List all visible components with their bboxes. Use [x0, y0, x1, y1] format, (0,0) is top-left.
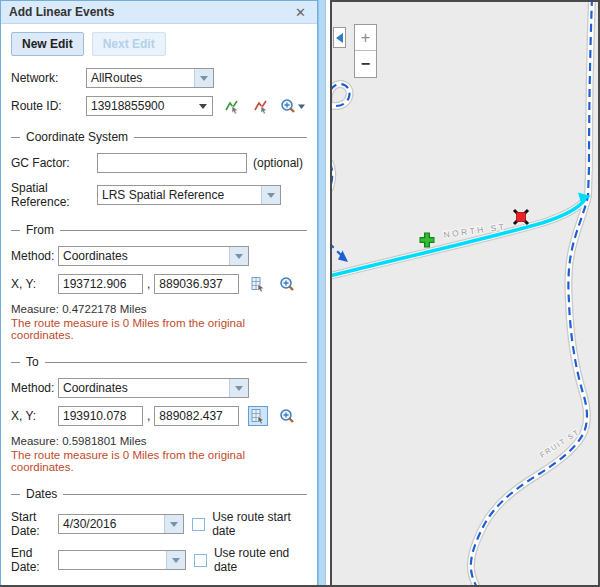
route-id-combobox[interactable]: 13918855900: [86, 96, 213, 116]
spatial-reference-dropdown-button[interactable]: [261, 186, 280, 204]
network-value: AllRoutes: [87, 69, 194, 87]
end-date-dropdown[interactable]: [58, 550, 186, 570]
to-y-input[interactable]: [154, 406, 239, 426]
to-method-dropdown[interactable]: Coordinates: [58, 378, 249, 398]
map-canvas[interactable]: NORTH ST FRUIT ST: [332, 2, 598, 585]
spatial-reference-value: LRS Spatial Reference: [98, 186, 261, 204]
from-legend: From: [11, 223, 307, 237]
route-fruit-st[interactable]: [332, 2, 592, 585]
xy-separator: ,: [147, 277, 150, 291]
panel-titlebar: Add Linear Events ✕: [1, 1, 317, 24]
map-zoom-control: + −: [354, 24, 377, 78]
use-route-end-date-checkbox[interactable]: [194, 554, 207, 567]
to-measure-text: Measure: 0.5981801 Miles: [11, 435, 307, 447]
gc-factor-input[interactable]: [97, 153, 247, 173]
to-x-input[interactable]: [58, 406, 143, 426]
add-linear-events-panel: Add Linear Events ✕ New Edit Next Edit N…: [0, 0, 318, 587]
use-route-start-date-checkbox[interactable]: [192, 518, 205, 531]
gc-factor-optional-note: (optional): [253, 156, 303, 170]
start-date-dropdown[interactable]: 4/30/2016: [58, 514, 184, 534]
from-method-value: Coordinates: [59, 247, 229, 265]
route-north-st-selected[interactable]: [332, 199, 585, 277]
from-y-input[interactable]: [154, 274, 239, 294]
zoom-to-route-icon[interactable]: [280, 96, 307, 116]
start-date-dropdown-button[interactable]: [164, 515, 183, 533]
select-route-start-icon[interactable]: [222, 96, 242, 116]
chevron-down-icon: [200, 76, 208, 81]
road-casing-fill: [332, 2, 592, 585]
panel-title: Add Linear Events: [9, 5, 292, 19]
use-route-end-date-label: Use route end date: [214, 546, 307, 574]
zoom-to-from-point-icon[interactable]: [277, 274, 297, 294]
collapse-left-arrow-icon: [336, 33, 343, 43]
from-point-marker[interactable]: [420, 233, 435, 248]
chevron-down-icon: [199, 104, 207, 109]
to-point-marker[interactable]: [514, 210, 528, 224]
pick-to-coordinates-icon[interactable]: [248, 406, 268, 426]
from-method-dropdown[interactable]: Coordinates: [58, 246, 249, 266]
to-xy-label: X, Y:: [11, 409, 58, 423]
new-edit-button[interactable]: New Edit: [11, 32, 84, 56]
close-icon[interactable]: ✕: [292, 5, 309, 20]
from-method-label: Method:: [11, 249, 58, 263]
to-legend: To: [11, 355, 307, 369]
coordinate-system-legend: Coordinate System: [11, 130, 307, 144]
gc-factor-label: GC Factor:: [11, 156, 97, 170]
network-label: Network:: [11, 71, 86, 85]
chevron-down-icon: [170, 522, 178, 527]
end-date-dropdown-button[interactable]: [166, 551, 185, 569]
zoom-to-to-point-icon[interactable]: [277, 406, 297, 426]
from-measure-warning: The route measure is 0 Miles from the or…: [11, 317, 307, 341]
next-edit-button: Next Edit: [92, 32, 166, 56]
start-date-value: 4/30/2016: [59, 515, 164, 533]
use-route-start-date-label: Use route start date: [212, 510, 307, 538]
collapse-panel-button[interactable]: [333, 27, 346, 48]
zoom-in-button[interactable]: +: [355, 25, 376, 51]
chevron-down-icon: [235, 386, 243, 391]
to-method-value: Coordinates: [59, 379, 229, 397]
panel-scrollbar[interactable]: [318, 0, 326, 587]
spatial-reference-label: Spatial Reference:: [11, 181, 97, 209]
map-viewport[interactable]: NORTH ST FRUIT ST + −: [330, 0, 600, 587]
network-dropdown-button[interactable]: [194, 69, 213, 87]
from-xy-label: X, Y:: [11, 277, 58, 291]
end-date-value: [59, 551, 166, 569]
spatial-reference-dropdown[interactable]: LRS Spatial Reference: [97, 185, 281, 205]
from-x-input[interactable]: [58, 274, 143, 294]
route-id-value: 13918855900: [87, 99, 199, 113]
end-date-label: End Date:: [11, 546, 58, 574]
xy-separator: ,: [147, 409, 150, 423]
route-id-label: Route ID:: [11, 99, 86, 113]
app-window: Add Linear Events ✕ New Edit Next Edit N…: [0, 0, 600, 587]
road-casing-outline: [332, 2, 592, 585]
chevron-down-icon: [267, 193, 275, 198]
chevron-down-icon: [235, 254, 243, 259]
panel-body: New Edit Next Edit Network: AllRoutes Ro…: [1, 24, 317, 587]
to-measure-warning: The route measure is 0 Miles from the or…: [11, 449, 307, 473]
from-method-dropdown-button[interactable]: [229, 247, 248, 265]
chevron-down-icon: [172, 558, 180, 563]
from-measure-text: Measure: 0.4722178 Miles: [11, 303, 307, 315]
start-date-label: Start Date:: [11, 510, 58, 538]
to-method-dropdown-button[interactable]: [229, 379, 248, 397]
to-method-label: Method:: [11, 381, 58, 395]
select-route-end-icon[interactable]: [251, 96, 271, 116]
network-dropdown[interactable]: AllRoutes: [86, 68, 214, 88]
zoom-out-button[interactable]: −: [355, 51, 376, 77]
pick-from-coordinates-icon[interactable]: [248, 274, 268, 294]
dates-legend: Dates: [11, 487, 307, 501]
